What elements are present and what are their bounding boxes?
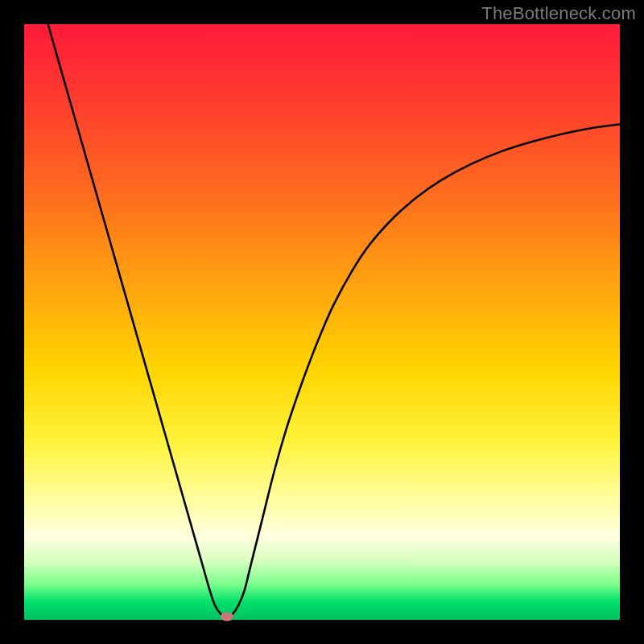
optimal-point-marker — [221, 613, 233, 621]
bottleneck-curve — [24, 24, 620, 620]
attribution-text: TheBottleneck.com — [481, 3, 636, 24]
chart-frame: TheBottleneck.com — [0, 0, 644, 644]
chart-plot-area — [24, 24, 620, 620]
